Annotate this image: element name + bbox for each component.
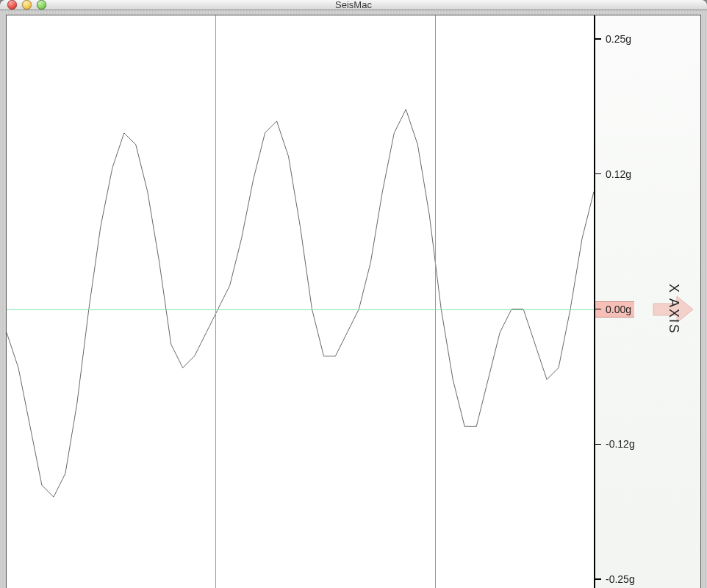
zoom-button[interactable] — [37, 0, 46, 10]
close-button[interactable] — [7, 0, 17, 10]
waveform — [7, 15, 594, 588]
minimize-button[interactable] — [22, 0, 32, 10]
x-axis-scale: 0.25g0.12g0.00g-0.12g-0.25g X AXIS — [595, 15, 700, 588]
axis-tick: 0.00g — [595, 301, 634, 318]
plots-area: 0.25g0.12g0.00g-0.12g-0.25g X AXIS 0.25g… — [6, 15, 701, 588]
window: SeisMac — [0, 0, 707, 588]
baseline — [7, 309, 594, 310]
window-title: SeisMac — [0, 0, 707, 10]
axis-tick: -0.25g — [595, 573, 635, 585]
titlebar[interactable]: SeisMac — [0, 0, 707, 10]
x-axis-chart[interactable] — [7, 15, 594, 588]
axis-label: X AXIS — [666, 284, 681, 334]
traffic-lights — [0, 0, 46, 10]
y-axis-column: 0.25g0.12g0.00g-0.12g-0.25g X AXIS 0.25g… — [594, 15, 700, 588]
axis-tick: 0.25g — [595, 33, 631, 45]
axis-tick: 0.12g — [595, 168, 631, 180]
axis-tick: -0.12g — [595, 438, 635, 450]
chart-stack — [7, 15, 594, 588]
window-body: 0.25g0.12g0.00g-0.12g-0.25g X AXIS 0.25g… — [0, 10, 707, 588]
